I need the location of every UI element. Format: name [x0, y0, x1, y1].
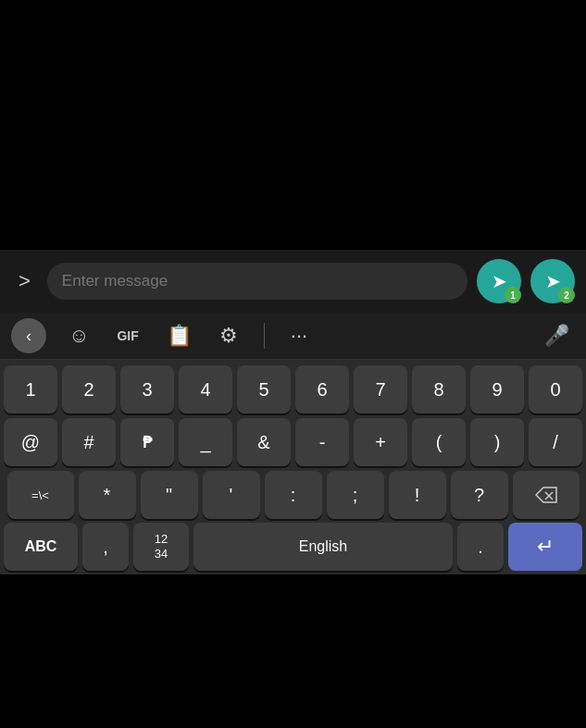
- settings-button[interactable]: ⚙: [214, 318, 243, 353]
- key-hash[interactable]: #: [62, 418, 116, 466]
- key-double-quote[interactable]: ": [141, 471, 198, 519]
- key-2[interactable]: 2: [62, 365, 116, 413]
- keyboard-toolbar: ‹ ☺ GIF 📋 ⚙ ··· 🎤: [0, 313, 586, 360]
- key-single-quote[interactable]: ': [203, 471, 260, 519]
- comma-button[interactable]: ,: [82, 523, 129, 571]
- key-3[interactable]: 3: [120, 365, 174, 413]
- more-button[interactable]: ···: [285, 318, 313, 353]
- clipboard-button[interactable]: 📋: [161, 318, 197, 353]
- symbol-row-1: @ # ₱ _ & - + ( ) /: [4, 418, 582, 466]
- message-input[interactable]: [62, 272, 453, 290]
- send-icon-2: ➤: [545, 270, 561, 292]
- enter-button[interactable]: ↵: [508, 523, 582, 571]
- keyboard-back-button[interactable]: ‹: [11, 318, 46, 353]
- key-close-paren[interactable]: ): [470, 418, 524, 466]
- period-button[interactable]: .: [457, 523, 504, 571]
- badge-1: 1: [505, 287, 521, 303]
- send-icon-1: ➤: [492, 270, 507, 292]
- key-question[interactable]: ?: [451, 471, 508, 519]
- space-button[interactable]: English: [193, 523, 453, 571]
- backspace-button[interactable]: [513, 471, 580, 519]
- key-5[interactable]: 5: [237, 365, 291, 413]
- mic-button[interactable]: 🎤: [539, 318, 575, 353]
- send-button-1[interactable]: ➤ 1: [477, 259, 521, 303]
- badge-2: 2: [558, 287, 575, 303]
- num-line-1: 12: [155, 532, 168, 547]
- emoji-button[interactable]: ☺: [63, 318, 94, 353]
- abc-button[interactable]: ABC: [4, 523, 78, 571]
- keyboard: ‹ ☺ GIF 📋 ⚙ ··· 🎤 1 2 3 4 5 6 7 8 9 0 @ …: [0, 313, 586, 574]
- key-slash[interactable]: /: [529, 418, 582, 466]
- gif-button[interactable]: GIF: [111, 323, 143, 349]
- key-underscore[interactable]: _: [179, 418, 232, 466]
- toolbar-separator: [264, 323, 265, 349]
- top-area: [0, 0, 586, 250]
- symbol-row-2: =\< * " ' : ; ! ?: [4, 471, 582, 519]
- key-4[interactable]: 4: [179, 365, 232, 413]
- num-line-2: 34: [155, 547, 168, 561]
- key-open-paren[interactable]: (: [412, 418, 466, 466]
- key-at[interactable]: @: [4, 418, 57, 466]
- key-1[interactable]: 1: [4, 365, 57, 413]
- key-0[interactable]: 0: [529, 365, 582, 413]
- enter-icon: ↵: [537, 535, 554, 559]
- key-minus[interactable]: -: [295, 418, 349, 466]
- bottom-row: ABC , 12 34 English . ↵: [0, 523, 586, 574]
- key-ampersand[interactable]: &: [237, 418, 291, 466]
- key-7[interactable]: 7: [354, 365, 407, 413]
- key-9[interactable]: 9: [470, 365, 524, 413]
- key-peso[interactable]: ₱: [120, 418, 174, 466]
- key-plus[interactable]: +: [354, 418, 407, 466]
- message-input-container: [47, 263, 468, 300]
- key-6[interactable]: 6: [295, 365, 349, 413]
- send-button-2[interactable]: ➤ 2: [530, 259, 575, 303]
- num-layout-button[interactable]: 12 34: [133, 523, 189, 571]
- key-colon[interactable]: :: [265, 471, 322, 519]
- expand-button[interactable]: >: [11, 265, 38, 297]
- key-exclamation[interactable]: !: [389, 471, 446, 519]
- key-asterisk[interactable]: *: [79, 471, 136, 519]
- key-rows: 1 2 3 4 5 6 7 8 9 0 @ # ₱ _ & - + ( ) / …: [0, 360, 586, 523]
- number-row: 1 2 3 4 5 6 7 8 9 0: [4, 365, 582, 413]
- message-bar: > ➤ 1 ➤ 2: [0, 250, 586, 313]
- key-8[interactable]: 8: [412, 365, 466, 413]
- key-semicolon[interactable]: ;: [327, 471, 384, 519]
- key-special-chars[interactable]: =\<: [7, 471, 74, 519]
